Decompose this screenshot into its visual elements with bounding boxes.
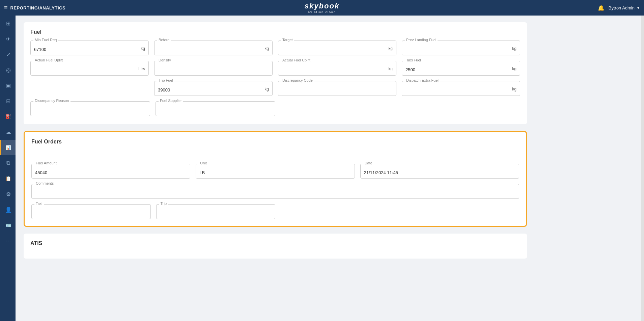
comments-field[interactable]: Comments bbox=[31, 184, 519, 199]
discrepancy-code-input[interactable] bbox=[282, 85, 393, 92]
date-input[interactable] bbox=[364, 168, 515, 175]
density-field[interactable]: Density bbox=[154, 61, 273, 76]
dispatch-extra-fuel-input[interactable] bbox=[405, 85, 512, 92]
trip-fuel-field[interactable]: Trip Fuel kg bbox=[154, 81, 273, 96]
route-icon: ⤢ bbox=[6, 52, 10, 57]
atis-section: ATIS bbox=[24, 234, 527, 259]
min-fuel-req-label: Min Fuel Req bbox=[33, 38, 58, 42]
sidebar-item-dashboard[interactable]: ▣ bbox=[0, 78, 16, 93]
taxi-field[interactable]: Taxi bbox=[31, 204, 151, 219]
settings-icon: ⚙ bbox=[6, 191, 11, 197]
fuel-supplier-field[interactable]: Fuel Supplier bbox=[156, 101, 275, 116]
prev-landing-fuel-unit: kg bbox=[512, 46, 516, 51]
taxi-input[interactable] bbox=[35, 209, 147, 216]
fuel-orders-row-3: Taxi Trip bbox=[31, 204, 519, 219]
dispatch-extra-fuel-label: Dispatch Extra Fuel bbox=[405, 78, 440, 82]
weather-icon: ☁ bbox=[6, 129, 11, 135]
discrepancy-reason-label: Discrepancy Reason bbox=[33, 99, 71, 103]
dispatch-extra-fuel-field[interactable]: Dispatch Extra Fuel kg bbox=[402, 81, 520, 96]
sidebar-item-layers[interactable]: ⧉ bbox=[0, 155, 16, 171]
sidebar-item-fuel[interactable]: ⛽ bbox=[0, 109, 16, 124]
atis-heading: ATIS bbox=[30, 240, 520, 246]
trip-fuel-input[interactable] bbox=[158, 85, 264, 92]
target-unit: kg bbox=[388, 46, 393, 51]
sidebar-item-settings[interactable]: ⚙ bbox=[0, 186, 16, 202]
before-unit: kg bbox=[264, 46, 269, 51]
actual-fuel-uplift-ltrs-unit: Ltrs bbox=[138, 66, 145, 71]
target-field[interactable]: Target kg bbox=[278, 41, 396, 55]
before-field[interactable]: Before kg bbox=[154, 41, 273, 55]
sidebar-item-analytics[interactable]: 📊 bbox=[0, 140, 16, 155]
chart-icon: 📊 bbox=[6, 145, 11, 150]
comments-input[interactable] bbox=[35, 188, 515, 195]
trip-fuel-unit: kg bbox=[264, 87, 269, 91]
taxi-fuel-input[interactable] bbox=[405, 65, 512, 72]
unit-input[interactable] bbox=[199, 168, 351, 175]
min-fuel-req-unit: kg bbox=[141, 46, 145, 51]
actual-fuel-uplift-ltrs-input[interactable] bbox=[34, 65, 138, 72]
trip-input[interactable] bbox=[160, 209, 272, 216]
more-icon: ⋯ bbox=[6, 238, 11, 244]
date-field[interactable]: Date bbox=[360, 164, 519, 179]
sidebar-item-plane[interactable]: ✈ bbox=[0, 31, 16, 47]
fuel-orders-row3-empty bbox=[281, 204, 519, 219]
sidebar-item-grid[interactable]: ⊞ bbox=[0, 16, 16, 31]
min-fuel-req-field[interactable]: Min Fuel Req kg bbox=[30, 41, 149, 55]
fuel-orders-row-1: Fuel Amount Unit Date bbox=[31, 164, 519, 179]
user-menu[interactable]: Bytron Admin ▼ bbox=[609, 5, 640, 10]
actual-fuel-uplift-ltrs-field[interactable]: Actual Fuel Uplift Ltrs bbox=[30, 61, 149, 76]
density-input[interactable] bbox=[158, 65, 269, 72]
logo: skybook aviation cloud bbox=[305, 2, 339, 14]
sidebar-item-table[interactable]: ⊟ bbox=[0, 93, 16, 109]
sidebar-item-target[interactable]: ◎ bbox=[0, 62, 16, 78]
badge-icon: 🪪 bbox=[6, 223, 11, 228]
fuel-amount-input[interactable] bbox=[35, 168, 187, 175]
discrepancy-reason-field[interactable]: Discrepancy Reason bbox=[30, 101, 150, 116]
comments-label: Comments bbox=[34, 181, 55, 185]
sidebar-item-route[interactable]: ⤢ bbox=[0, 47, 16, 62]
fuel-icon: ⛽ bbox=[5, 114, 11, 119]
target-input[interactable] bbox=[282, 45, 388, 52]
main-content-area: Fuel Min Fuel Req kg Before kg bbox=[16, 16, 644, 321]
prev-landing-fuel-field[interactable]: Prev Landing Fuel kg bbox=[402, 41, 520, 55]
sidebar-item-user[interactable]: 👤 bbox=[0, 202, 16, 217]
app-title: REPORTING/ANALYTICS bbox=[10, 5, 66, 10]
discrepancy-code-label: Discrepancy Code bbox=[281, 78, 314, 82]
fuel-orders-row-2: Comments bbox=[31, 184, 519, 199]
actual-fuel-uplift-kg-field[interactable]: Actual Fuel Uplift kg bbox=[278, 61, 396, 76]
fuel-amount-field[interactable]: Fuel Amount bbox=[31, 164, 190, 179]
scroll-indicator[interactable] bbox=[641, 16, 644, 321]
menu-icon[interactable]: ≡ bbox=[4, 4, 8, 11]
actual-fuel-uplift-kg-input[interactable] bbox=[282, 65, 388, 72]
prev-landing-fuel-input[interactable] bbox=[405, 45, 512, 52]
fuel-supplier-input[interactable] bbox=[159, 106, 272, 113]
trip-label: Trip bbox=[159, 202, 168, 206]
fuel-row-2: Actual Fuel Uplift Ltrs Density Actual F… bbox=[30, 61, 520, 76]
before-label: Before bbox=[157, 38, 171, 42]
fuel-section-heading: Fuel bbox=[30, 29, 520, 35]
trip-field[interactable]: Trip bbox=[156, 204, 276, 219]
notification-bell-icon[interactable]: 🔔 bbox=[598, 5, 605, 11]
dashboard-icon: ▣ bbox=[6, 82, 11, 89]
min-fuel-req-input[interactable] bbox=[34, 45, 141, 52]
doc-icon: 📋 bbox=[5, 176, 11, 181]
discrepancy-reason-input[interactable] bbox=[34, 106, 146, 113]
unit-field[interactable]: Unit bbox=[196, 164, 355, 179]
fuel-row4-empty bbox=[281, 101, 520, 116]
fuel-row3-empty bbox=[30, 81, 149, 96]
actual-fuel-uplift-kg-label: Actual Fuel Uplift bbox=[281, 58, 312, 62]
user-name: Bytron Admin bbox=[609, 5, 635, 10]
density-label: Density bbox=[157, 58, 172, 62]
discrepancy-code-field[interactable]: Discrepancy Code bbox=[278, 81, 396, 96]
taxi-fuel-label: Taxi Fuel bbox=[405, 58, 422, 62]
user-icon: 👤 bbox=[5, 207, 12, 213]
taxi-fuel-unit: kg bbox=[512, 66, 516, 71]
sidebar-item-badge[interactable]: 🪪 bbox=[0, 217, 16, 233]
sidebar-item-more[interactable]: ⋯ bbox=[0, 233, 16, 248]
prev-landing-fuel-label: Prev Landing Fuel bbox=[405, 38, 438, 42]
sidebar-item-docs[interactable]: 📋 bbox=[0, 171, 16, 186]
sidebar-item-weather[interactable]: ☁ bbox=[0, 124, 16, 140]
actual-fuel-uplift-ltrs-label: Actual Fuel Uplift bbox=[33, 58, 64, 62]
taxi-fuel-field[interactable]: Taxi Fuel kg bbox=[402, 61, 520, 76]
before-input[interactable] bbox=[158, 45, 264, 52]
